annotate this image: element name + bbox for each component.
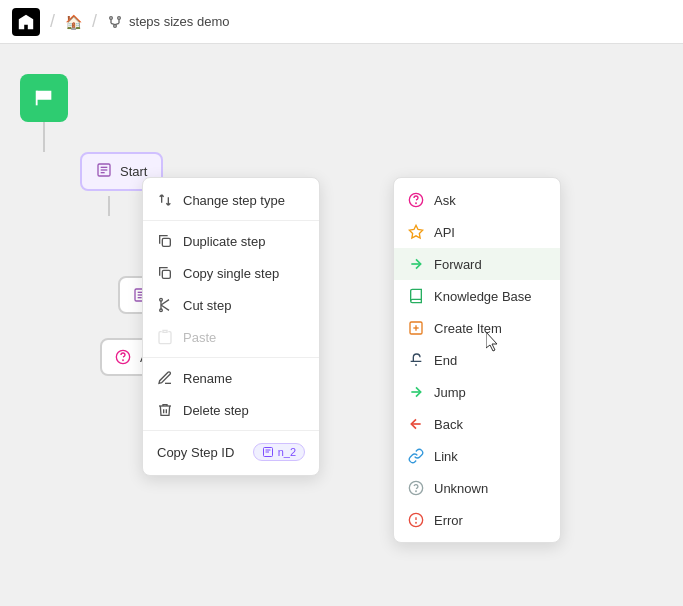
unknown-type-item[interactable]: Unknown xyxy=(394,472,560,504)
svg-point-41 xyxy=(416,491,417,492)
rename-label: Rename xyxy=(183,371,232,386)
header-separator: / xyxy=(50,11,55,32)
forward-type-item[interactable]: Forward xyxy=(394,248,560,280)
ask-icon xyxy=(408,192,424,208)
svg-point-0 xyxy=(110,16,113,19)
create-item-type-item[interactable]: Create Item xyxy=(394,312,560,344)
copy-step-id-label: Copy Step ID xyxy=(157,445,234,460)
duplicate-icon xyxy=(157,233,173,249)
duplicate-step-label: Duplicate step xyxy=(183,234,265,249)
start-node-label: Start xyxy=(120,164,147,179)
svg-line-5 xyxy=(111,23,115,24)
step-id-value: n_2 xyxy=(278,446,296,458)
end-type-label: End xyxy=(434,353,457,368)
svg-rect-23 xyxy=(162,270,170,278)
menu-sep1 xyxy=(143,220,319,221)
error-type-label: Error xyxy=(434,513,463,528)
knowledge-icon xyxy=(408,288,424,304)
end-type-item[interactable]: End xyxy=(394,344,560,376)
header-separator2: / xyxy=(92,11,97,32)
forward-type-label: Forward xyxy=(434,257,482,272)
delete-icon xyxy=(157,402,173,418)
cut-step-label: Cut step xyxy=(183,298,231,313)
change-step-type-label: Change step type xyxy=(183,193,285,208)
end-icon xyxy=(408,352,424,368)
api-icon xyxy=(408,224,424,240)
unknown-icon xyxy=(408,480,424,496)
create-icon xyxy=(408,320,424,336)
copy-step-id-item[interactable]: Copy Step ID n_2 xyxy=(143,435,319,469)
breadcrumb: steps sizes demo xyxy=(107,14,229,30)
svg-point-21 xyxy=(123,360,124,361)
link-type-item[interactable]: Link xyxy=(394,440,560,472)
context-menu-right: Ask API Forward Knowledge Base Create It… xyxy=(393,177,561,543)
error-icon xyxy=(408,512,424,528)
knowledge-base-type-item[interactable]: Knowledge Base xyxy=(394,280,560,312)
svg-point-25 xyxy=(160,298,163,301)
menu-sep3 xyxy=(143,430,319,431)
copy-single-step-label: Copy single step xyxy=(183,266,279,281)
svg-line-6 xyxy=(115,23,119,24)
paste-label: Paste xyxy=(183,330,216,345)
paste-icon xyxy=(157,329,173,345)
flag-node[interactable] xyxy=(20,74,68,122)
svg-point-1 xyxy=(118,16,121,19)
link-type-label: Link xyxy=(434,449,458,464)
forward-icon xyxy=(408,256,424,272)
duplicate-step-item[interactable]: Duplicate step xyxy=(143,225,319,257)
cut-step-item[interactable]: Cut step xyxy=(143,289,319,321)
ask-type-item[interactable]: Ask xyxy=(394,184,560,216)
logo[interactable] xyxy=(12,8,40,36)
rename-item[interactable]: Rename xyxy=(143,362,319,394)
svg-rect-7 xyxy=(36,91,38,106)
branches-icon xyxy=(107,14,123,30)
back-icon xyxy=(408,416,424,432)
rename-icon xyxy=(157,370,173,386)
home-icon[interactable]: 🏠 xyxy=(65,14,82,30)
svg-point-2 xyxy=(114,24,117,27)
svg-point-33 xyxy=(416,203,417,204)
svg-point-24 xyxy=(160,309,163,312)
jump-icon xyxy=(408,384,424,400)
svg-marker-34 xyxy=(409,225,422,238)
avery-icon xyxy=(114,348,132,366)
canvas: Start Title1 Longer T A very lo Change s… xyxy=(0,44,683,606)
context-menu-left: Change step type Duplicate step Copy sin… xyxy=(142,177,320,476)
knowledge-base-type-label: Knowledge Base xyxy=(434,289,532,304)
ask-type-label: Ask xyxy=(434,193,456,208)
api-type-label: API xyxy=(434,225,455,240)
page-title: steps sizes demo xyxy=(129,14,229,29)
back-type-item[interactable]: Back xyxy=(394,408,560,440)
svg-point-44 xyxy=(416,522,417,523)
arrows-icon xyxy=(157,192,173,208)
menu-sep2 xyxy=(143,357,319,358)
jump-type-item[interactable]: Jump xyxy=(394,376,560,408)
svg-rect-22 xyxy=(162,238,170,246)
delete-step-label: Delete step xyxy=(183,403,249,418)
create-item-type-label: Create Item xyxy=(434,321,502,336)
start-node-icon xyxy=(96,162,112,181)
api-type-item[interactable]: API xyxy=(394,216,560,248)
delete-step-item[interactable]: Delete step xyxy=(143,394,319,426)
cut-icon xyxy=(157,297,173,313)
unknown-type-label: Unknown xyxy=(434,481,488,496)
paste-item[interactable]: Paste xyxy=(143,321,319,353)
change-step-type-item[interactable]: Change step type xyxy=(143,184,319,216)
copy-single-step-item[interactable]: Copy single step xyxy=(143,257,319,289)
step-id-badge: n_2 xyxy=(253,443,305,461)
header: / 🏠 / steps sizes demo xyxy=(0,0,683,44)
copy-icon xyxy=(157,265,173,281)
error-type-item[interactable]: Error xyxy=(394,504,560,536)
back-type-label: Back xyxy=(434,417,463,432)
link-icon xyxy=(408,448,424,464)
jump-type-label: Jump xyxy=(434,385,466,400)
